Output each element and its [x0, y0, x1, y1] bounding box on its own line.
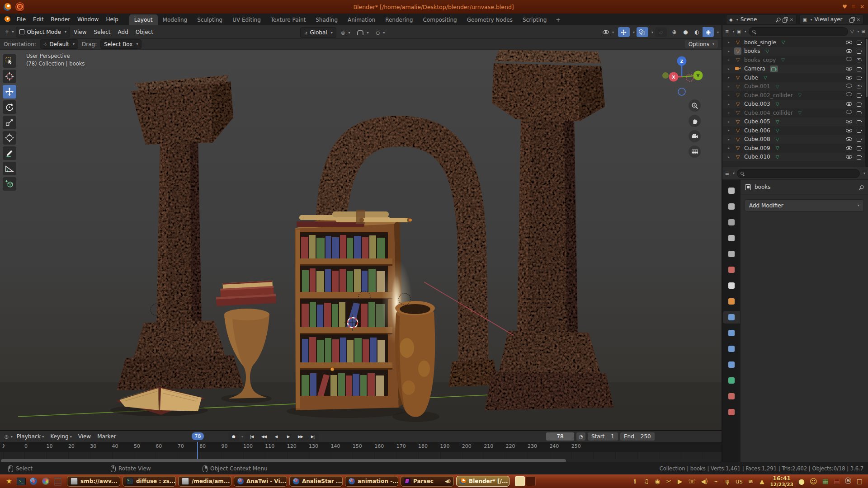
keyboard-layout-indicator[interactable]: us [736, 478, 743, 485]
timeline-channels[interactable] [0, 452, 722, 459]
disable-in-renders-toggle[interactable]: ✕ [857, 49, 863, 54]
mode-dropdown[interactable]: Object Mode ▾ [16, 27, 70, 38]
disable-in-renders-toggle[interactable]: ✕ [857, 93, 863, 98]
outliner-row[interactable]: ▸ ▽ Cube.010 ▽ ✕ [722, 153, 865, 162]
material-tab[interactable] [723, 390, 740, 403]
viewport-menu-item[interactable]: View [70, 29, 90, 35]
outliner-row[interactable]: ▸ ▽ Cube.008 ▽ ✕ [722, 135, 865, 144]
expand-channels-arrow[interactable]: ❯ [2, 443, 5, 448]
volume-icon[interactable]: ◀) [701, 478, 708, 485]
expand-arrow-icon[interactable]: ▸ [728, 146, 732, 150]
expand-arrow-icon[interactable]: ▸ [728, 111, 732, 115]
taskbar-window-button[interactable]: /media/am... ◀)) [178, 476, 231, 487]
rotate-tool[interactable] [3, 100, 16, 114]
gizmo-neg-x[interactable] [686, 74, 693, 81]
pan-hand-button[interactable] [689, 115, 701, 127]
scene-name[interactable]: Scene [741, 16, 773, 23]
outliner-row[interactable]: ▸ ▽ Camera ▽ ✕ [722, 65, 865, 74]
current-frame-field[interactable]: 78 [546, 432, 574, 441]
gizmo-neg-y[interactable] [662, 72, 669, 79]
workspace-tab[interactable]: Compositing [418, 14, 462, 25]
timeline-menu-item[interactable]: View▾ [75, 433, 94, 440]
expand-arrow-icon[interactable]: ▸ [728, 40, 732, 44]
menu-item[interactable]: Edit [29, 14, 47, 25]
workspace-tab[interactable]: Rendering [380, 14, 418, 25]
object-data-tab[interactable] [723, 374, 740, 387]
end-frame-field[interactable]: End 250 [620, 432, 655, 441]
timeline-menu-item[interactable]: Marker▾ [94, 433, 119, 440]
timeline-menu-item[interactable]: Keying▾ [47, 433, 75, 440]
taskbar-window-button[interactable]: Parsec ◀)) [401, 476, 454, 487]
object-name[interactable]: Camera [743, 66, 765, 72]
updates-icon[interactable]: ▲ [759, 478, 765, 485]
cut-icon[interactable]: ✂ [665, 478, 672, 485]
hide-in-viewport-toggle[interactable] [846, 154, 852, 160]
frame-ruler[interactable]: ❯ 01020304050607080901001101201301401501… [0, 442, 722, 452]
hide-in-viewport-toggle[interactable] [846, 84, 852, 89]
outliner-row[interactable]: ▸ ▽ Cube.005 ▽ ✕ [722, 117, 865, 127]
favorites-star-icon[interactable]: ★ [5, 477, 14, 486]
expand-arrow-icon[interactable]: ▸ [728, 120, 732, 124]
new-viewlayer-icon[interactable] [849, 17, 854, 22]
object-name[interactable]: Cube.006 [743, 127, 770, 134]
breadcrumb-object-name[interactable]: books [755, 184, 771, 190]
taskbar-clock[interactable]: 16:41 12/23/23 [770, 475, 793, 487]
vivaldi-launcher-icon[interactable]: V [29, 477, 38, 486]
disable-in-renders-toggle[interactable]: ✕ [857, 84, 863, 89]
scene-tab[interactable] [723, 248, 740, 260]
disable-in-renders-toggle[interactable]: ✕ [857, 66, 863, 71]
properties-options-icon[interactable]: ▾ [863, 171, 865, 175]
menu-item[interactable]: Window [74, 14, 102, 25]
gizmo-neg-z[interactable] [678, 88, 685, 95]
particles-tab[interactable] [723, 327, 740, 339]
output-tab[interactable] [723, 216, 740, 229]
constraints-tab[interactable] [723, 358, 740, 371]
scale-tool[interactable] [3, 116, 16, 129]
transport-button[interactable]: ◀ [270, 432, 282, 441]
hide-in-viewport-toggle[interactable] [846, 136, 852, 142]
outliner-row[interactable]: ▸ ▽ books_copy ▽ ✕ [722, 56, 865, 65]
file-cabinet-launcher-icon[interactable] [53, 477, 62, 486]
object-name[interactable]: Cube.001 [743, 83, 770, 89]
add-workspace-button[interactable]: + [552, 16, 565, 23]
taskbar-window-button[interactable]: AnaTwi - Vi... ◀)) [234, 476, 287, 487]
viewlayer-name[interactable]: ViewLayer [815, 16, 847, 23]
info-icon[interactable]: ℹ [632, 478, 638, 485]
viewlayer-selector[interactable]: ▣ ▾ ViewLayer ✕ [799, 14, 863, 24]
camera-view-button[interactable] [689, 130, 701, 142]
outliner-row[interactable]: ▸ ▽ Cube.009 ▽ ✕ [722, 144, 865, 153]
pin-id-icon[interactable] [858, 183, 864, 190]
usb-icon[interactable]: ψ [724, 478, 731, 485]
select-box-tool[interactable] [3, 54, 16, 68]
properties-editor-icon[interactable]: ☰ [725, 171, 729, 176]
scene-selector[interactable]: ◆ ▾ Scene ✕ [726, 14, 797, 24]
tool-tab[interactable] [723, 184, 740, 197]
workspace-tab[interactable]: Texture Paint [266, 14, 311, 25]
object-name[interactable]: Cube [743, 75, 758, 81]
expand-arrow-icon[interactable]: ▸ [728, 128, 732, 132]
expand-arrow-icon[interactable]: ▸ [728, 75, 732, 80]
outliner-editor-icon[interactable]: ≣ [725, 29, 729, 34]
auto-keying-record-button[interactable]: ● [228, 432, 239, 441]
wifi-icon[interactable]: ≋ [747, 478, 754, 485]
new-scene-icon[interactable] [783, 17, 788, 22]
texture-tab[interactable] [723, 406, 740, 418]
pin-icon[interactable] [774, 16, 781, 23]
hide-in-viewport-toggle[interactable] [846, 66, 852, 72]
outliner-row[interactable]: ▸ ▽ Cube.001 ▽ ✕ [722, 82, 865, 91]
taskbar-window-button[interactable]: diffuse : zs... ◀)) [123, 476, 176, 487]
filter-icon[interactable]: ▽ [850, 29, 854, 34]
play-icon[interactable]: ▶ [677, 478, 683, 485]
close-icon[interactable]: ✕ [860, 4, 864, 10]
outliner-row[interactable]: ▸ ▽ Cube.006 ▽ ✕ [722, 126, 865, 135]
view-layer-tab[interactable] [723, 232, 740, 244]
zoom-button[interactable] [689, 99, 701, 112]
viewport-menu-item[interactable]: Add [114, 29, 132, 35]
transform-tool[interactable] [3, 131, 16, 145]
shading-material-button[interactable]: ◐ [691, 27, 703, 37]
viewport-menu-item[interactable]: Object [132, 29, 157, 35]
timeline-editor-icon[interactable]: ◷ [3, 434, 9, 439]
collection-tab[interactable] [723, 279, 740, 292]
hide-in-viewport-toggle[interactable] [846, 48, 852, 54]
object-name[interactable]: Cube.003 [743, 101, 770, 107]
